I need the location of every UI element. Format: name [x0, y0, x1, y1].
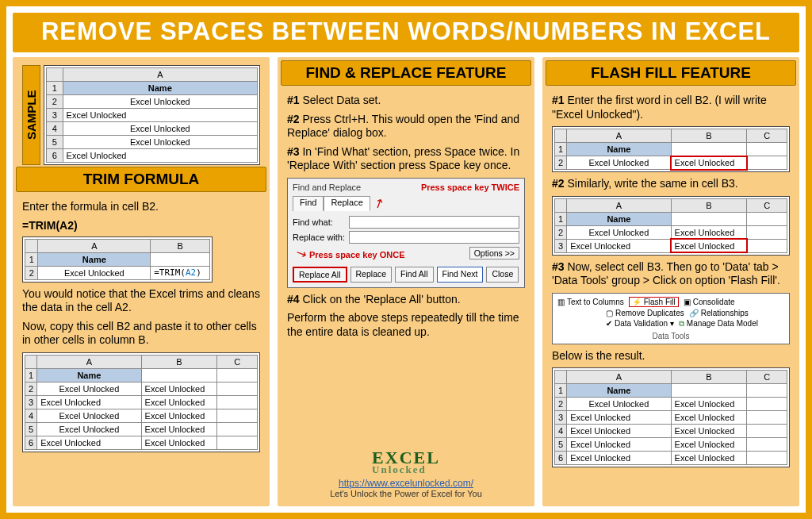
text-to-columns-icon: ▥ — [557, 298, 565, 306]
ribbon-group-label: Data Tools — [557, 332, 784, 340]
sample-sheet: A 1Name 2Excel Unlocked 3Excel Unlocked … — [44, 65, 260, 165]
trim-result-sheet: ABC 1Name 2Excel UnlockedExcel Unlocked … — [22, 352, 260, 452]
trim-formula: =TRIM(A2) — [22, 219, 260, 232]
trim-instr1: Enter the formula in cell B2. — [22, 200, 260, 214]
trim-title: TRIM FORMULA — [16, 167, 266, 192]
sample-label: SAMPLE — [22, 65, 40, 165]
sample-header: Name — [63, 82, 257, 95]
flash-s1: #1 Enter the first word in cell B2. (I w… — [552, 94, 790, 121]
replace-button[interactable]: Replace — [350, 267, 393, 283]
ribbon-consolidate[interactable]: ▣ Consolidate — [684, 298, 735, 306]
tagline: Let's Unlock the Power of Excel for You — [330, 489, 482, 498]
ribbon-manage-data-model[interactable]: ⧉ Manage Data Model — [679, 319, 758, 329]
fr-s4: #4 Click on the 'Replace All' button. — [287, 293, 525, 307]
find-replace-dialog: Find and Replace Press space key TWICE F… — [287, 178, 525, 288]
label-findwhat: Find what: — [293, 217, 347, 227]
ribbon-flash-fill[interactable]: ⚡ Flash Fill — [629, 297, 679, 307]
dialog-buttons: Replace All Replace Find All Find Next C… — [293, 267, 519, 283]
flash-sheet2: ABC 1Name 2Excel UnlockedExcel Unlocked … — [552, 196, 790, 256]
flash-fill-icon: ⚡ — [632, 298, 642, 306]
trim-sheet-small: AB 1Name 2Excel Unlocked=TRIM(A2) — [22, 236, 213, 283]
tab-find[interactable]: Find — [293, 196, 324, 211]
replace-all-button[interactable]: Replace All — [293, 267, 347, 283]
arrow-icon-2: ↘ — [293, 244, 309, 263]
body: SAMPLE A 1Name 2Excel Unlocked 3Excel Un… — [13, 57, 799, 506]
flash-sheet1: ABC 1Name 2Excel UnlockedExcel Unlocked — [552, 126, 790, 172]
input-findwhat[interactable] — [349, 216, 519, 229]
options-button[interactable]: Options >> — [469, 247, 519, 260]
right-column: FLASH FILL FEATURE #1 Enter the first wo… — [542, 57, 799, 506]
find-next-button[interactable]: Find Next — [437, 267, 484, 283]
flash-title: FLASH FILL FEATURE — [546, 60, 796, 86]
middle-column: FIND & REPLACE FEATURE #1 #1 Select Data… — [278, 57, 534, 506]
site-link[interactable]: https://www.excelunlocked.com/ — [339, 478, 473, 489]
tab-replace[interactable]: Replace — [324, 196, 370, 211]
sample-block: SAMPLE A 1Name 2Excel Unlocked 3Excel Un… — [22, 65, 260, 165]
ribbon-text-to-columns[interactable]: ▥ Text to Columns — [557, 298, 624, 306]
infographic-page: REMOVE SPACES BETWEEN WORDS/NUMBERS IN E… — [0, 0, 812, 519]
trim-para1: You would notice that the Excel trims an… — [22, 287, 260, 315]
close-button[interactable]: Close — [486, 267, 519, 283]
remove-duplicates-icon: ▢ — [606, 309, 613, 317]
hint-twice: Press space key TWICE — [421, 183, 519, 194]
logo: EXCEL Unlocked — [372, 450, 440, 475]
logo-row: EXCEL Unlocked https://www.excelunlocked… — [287, 450, 525, 498]
flash-result-sheet: ABC 1Name 2Excel UnlockedExcel Unlocked … — [552, 367, 790, 467]
trim-block: TRIM FORMULA Enter the formula in cell B… — [22, 171, 260, 452]
input-replacewith[interactable] — [349, 231, 519, 244]
relationships-icon: 🔗 — [689, 309, 699, 317]
fr-s1: #1 #1 Select Data set.Select Data set. — [287, 94, 525, 108]
consolidate-icon: ▣ — [684, 298, 691, 306]
manage-data-model-icon: ⧉ — [679, 319, 684, 329]
flash-b2-highlight: Excel Unlocked — [671, 156, 747, 170]
hint-once: Press space key ONCE — [309, 250, 404, 260]
dialog-title: Find and Replace — [293, 183, 361, 192]
ribbon-datatools: ▥ Text to Columns ⚡ Flash Fill ▣ Consoli… — [552, 293, 790, 344]
find-all-button[interactable]: Find All — [395, 267, 433, 283]
fr-title: FIND & REPLACE FEATURE — [281, 60, 531, 86]
arrow-icon: ↗ — [370, 194, 386, 213]
flash-s4: Below is the result. — [552, 349, 790, 363]
ribbon-remove-duplicates[interactable]: ▢ Remove Duplicates — [606, 309, 684, 317]
flash-s2: #2 Similarly, write the same in cell B3. — [552, 177, 790, 191]
ribbon-data-validation[interactable]: ✔ Data Validation ▾ — [606, 319, 674, 328]
fr-s3: #3 In 'Find What' section, press Space t… — [287, 145, 525, 173]
fr-s2: #2 Press Ctrl+H. This would open the 'Fi… — [287, 113, 525, 140]
ribbon-relationships[interactable]: 🔗 Relationships — [689, 309, 749, 317]
left-column: SAMPLE A 1Name 2Excel Unlocked 3Excel Un… — [13, 57, 270, 506]
fr-s5: Perform the above steps repeatedly till … — [287, 311, 525, 339]
page-title: REMOVE SPACES BETWEEN WORDS/NUMBERS IN E… — [13, 13, 799, 52]
flash-b3-highlight: Excel Unlocked — [671, 239, 747, 252]
dialog-tabs: Find Replace ↗ — [293, 196, 519, 211]
data-validation-icon: ✔ — [606, 319, 612, 328]
trim-para2: Now, copy this cell B2 and paste it to o… — [22, 320, 260, 348]
label-replacewith: Replace with: — [293, 233, 347, 242]
flash-s3: #3 Now, select cell B3. Then go to 'Data… — [552, 260, 790, 288]
